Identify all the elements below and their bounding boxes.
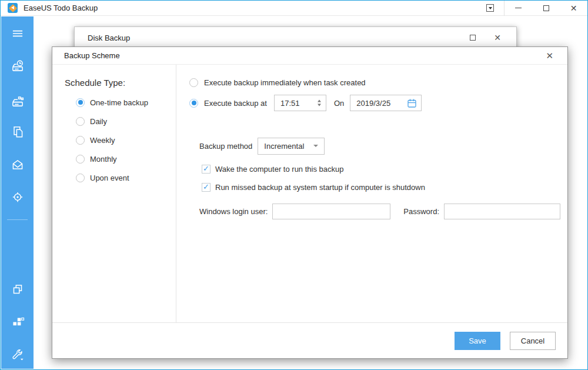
sidebar-clone-button[interactable] [1,279,34,300]
time-stepper[interactable] [318,100,321,106]
menu-dropdown-button[interactable] [476,1,504,15]
radio-label: Monthly [90,155,117,164]
radio-upon-event[interactable]: Upon event [76,171,176,184]
checkbox-run-missed-backup[interactable]: Run missed backup at system startup if c… [202,181,567,193]
checkbox-label: Run missed backup at system startup if c… [215,183,425,192]
chevron-down-icon [313,145,318,147]
smart-backup-icon [10,189,25,205]
app-logo-icon [8,3,18,13]
disk-maximize-icon[interactable] [470,35,476,41]
radio-monthly[interactable]: Monthly [76,152,176,165]
radio-icon [76,136,85,145]
dialog-header: Backup Scheme ✕ [52,47,567,65]
checkbox-label: Wake the computer to run this backup [215,165,343,174]
app-titlebar: EaseUS Todo Backup ✕ [1,1,587,16]
backup-method-row: Backup method Incremental [199,137,567,155]
sidebar-menu-button[interactable] [1,23,34,44]
dialog-close-icon[interactable]: ✕ [546,51,553,60]
checkbox-wake-computer[interactable]: Wake the computer to run this backup [202,163,567,175]
close-icon: ✕ [570,4,577,12]
tools-icon [10,347,25,362]
windows-login-user-input[interactable] [272,204,390,219]
app-title: EaseUS Todo Backup [24,4,98,12]
sidebar-divider [7,219,28,220]
date-value: 2019/3/25 [350,99,390,108]
spin-down-icon [318,104,321,106]
backup-method-select[interactable]: Incremental [258,138,325,155]
sidebar [1,16,34,369]
spin-up-icon [318,100,321,102]
radio-label: Daily [90,117,107,126]
password-label: Password: [403,207,439,216]
radio-weekly[interactable]: Weekly [76,134,176,146]
minimize-icon [515,8,522,8]
file-backup-icon [10,124,25,139]
calendar-icon [407,98,417,108]
backup-scheme-dialog: Backup Scheme ✕ Schedule Type: One-time … [52,46,568,359]
maximize-icon [543,5,549,11]
cancel-button[interactable]: Cancel [510,332,556,350]
checkbox-checked-icon [202,165,211,174]
schedule-type-panel: Schedule Type: One-time backup Daily Wee… [52,65,176,322]
menu-dropdown-icon [486,4,494,12]
password-input[interactable] [444,204,560,219]
disk-backup-icon [10,58,25,74]
radio-icon [76,174,85,182]
on-label: On [334,99,344,108]
backup-method-value: Incremental [258,142,304,151]
time-field [274,95,326,111]
disk-close-icon[interactable]: ✕ [494,34,501,42]
date-field[interactable]: 2019/3/25 [350,95,422,111]
sidebar-disk-backup-button[interactable] [1,55,34,76]
close-button[interactable]: ✕ [560,1,587,15]
checkbox-checked-icon [202,183,211,192]
radio-icon [76,155,85,164]
mail-backup-icon [10,158,25,173]
partition-backup-icon [10,94,25,109]
backup-method-label: Backup method [199,142,252,151]
clone-icon [10,282,25,297]
disk-backup-title: Disk Backup [88,34,130,42]
schedule-type-label: Schedule Type: [65,78,176,88]
dialog-footer: Save Cancel [52,322,567,358]
windows-login-user-label: Windows login user: [199,207,268,216]
execute-at-row: Execute backup at On 2019/3/25 [189,94,567,112]
radio-one-time-backup[interactable]: One-time backup [76,96,176,109]
radio-icon [76,117,85,126]
app-window: EaseUS Todo Backup ✕ [0,0,588,370]
sidebar-tools-button[interactable] [1,344,34,365]
radio-execute-at[interactable] [189,99,198,108]
titlebar-controls: ✕ [476,1,587,15]
radio-icon [189,78,198,87]
disk-backup-titlebar: Disk Backup ✕ [75,27,516,48]
maximize-button[interactable] [532,1,560,15]
radio-daily[interactable]: Daily [76,115,176,128]
sidebar-smart-backup-button[interactable] [1,186,34,208]
menu-icon [10,26,25,41]
radio-label: Upon event [90,174,129,182]
radio-label: Weekly [90,136,115,145]
radio-label: Execute backup immediately when task cre… [204,78,366,87]
radio-label: One-time backup [90,98,148,107]
radio-selected-icon [76,98,85,107]
schedule-settings-panel: Execute backup immediately when task cre… [176,65,567,322]
apps-icon [10,314,25,329]
credentials-row: Windows login user: Password: [199,203,567,219]
minimize-button[interactable] [505,1,532,15]
sidebar-apps-button[interactable] [1,311,34,332]
sidebar-partition-backup-button[interactable] [1,91,34,112]
radio-execute-immediately[interactable]: Execute backup immediately when task cre… [189,75,567,89]
dialog-title: Backup Scheme [64,51,120,60]
sidebar-mail-backup-button[interactable] [1,155,34,176]
execute-at-label: Execute backup at [204,99,267,108]
sidebar-file-backup-button[interactable] [1,121,34,142]
save-button[interactable]: Save [455,332,500,350]
